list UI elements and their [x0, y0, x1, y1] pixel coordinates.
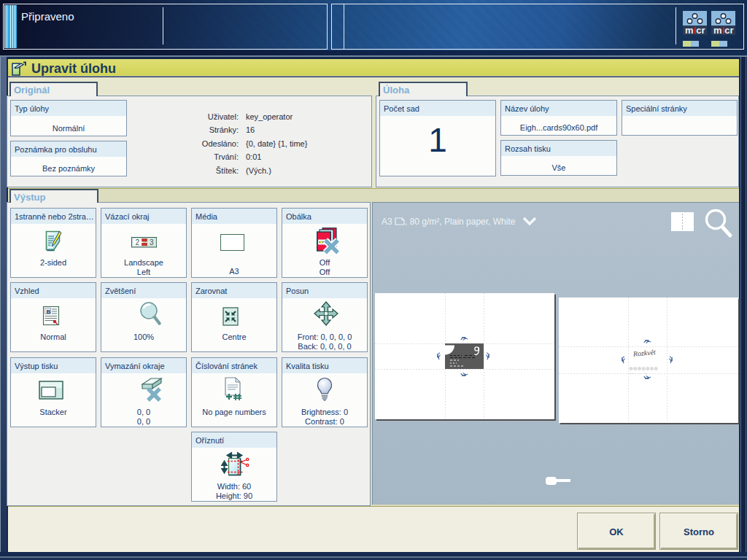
svg-text:B: B	[47, 308, 51, 315]
svg-text:3: 3	[150, 238, 154, 246]
svg-text:micr: micr	[713, 25, 733, 35]
svg-text:micr: micr	[685, 25, 705, 35]
svg-text:2: 2	[136, 238, 140, 246]
